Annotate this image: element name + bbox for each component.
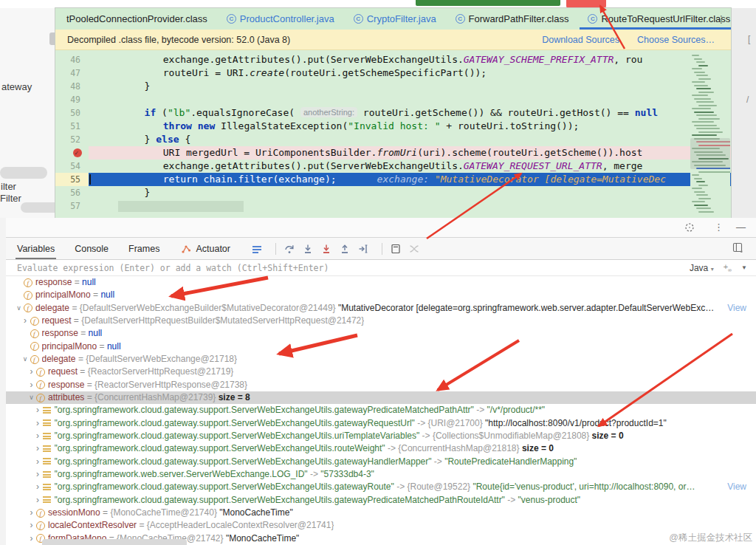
variable-text: response = {ReactorServerHttpResponse@21… <box>48 379 247 391</box>
code-line[interactable]: 56} <box>55 186 731 199</box>
editor-tab[interactable]: CForwardPathFilter.class <box>446 8 579 30</box>
tab-options-kebab-icon[interactable]: ⋮ <box>716 13 726 25</box>
session-selector[interactable]: Java ▾ <box>690 263 714 273</box>
variable-token: null <box>100 289 114 300</box>
chevron-collapsed-icon[interactable]: › <box>27 532 35 545</box>
debug-tab-variables[interactable]: Variables <box>17 238 55 259</box>
code-token: routeUri.getScheme()) && routeUri.getHos… <box>357 107 635 118</box>
code-line[interactable]: URI mergedUrl = UriComponentsBuilder.fro… <box>55 146 731 160</box>
chevron-collapsed-icon[interactable]: › <box>34 481 42 493</box>
variable-row[interactable]: ›"org.springframework.web.server.ServerW… <box>6 468 756 481</box>
variable-row[interactable]: ∨attributes = {ConcurrentHashMap@21739} … <box>6 391 756 404</box>
chevron-collapsed-icon[interactable]: › <box>27 519 35 532</box>
variable-row[interactable]: response = null <box>6 327 756 340</box>
minimap-line <box>698 118 720 120</box>
code-line[interactable]: 51throw new IllegalStateException("Inval… <box>55 120 731 133</box>
variable-row[interactable]: ∨delegate = {DefaultServerWebExchange@21… <box>6 353 756 366</box>
variable-row[interactable]: ›localeContextResolver = {AcceptHeaderLo… <box>6 519 756 532</box>
editor-tab[interactable]: tPooledConnectionProvider.class <box>57 8 217 30</box>
run-to-cursor-icon[interactable] <box>357 242 369 255</box>
chevron-collapsed-icon[interactable]: › <box>27 379 35 391</box>
code-line[interactable]: 47routeUri = URI.create(routeUri.getSche… <box>55 66 731 80</box>
variable-token: "org.springframework.web.server.ServerWe… <box>55 469 308 479</box>
variable-row[interactable]: ›"org.springframework.cloud.gateway.supp… <box>6 404 756 417</box>
variable-row[interactable]: ›"org.springframework.cloud.gateway.supp… <box>6 417 756 430</box>
variable-row[interactable]: ›request = {ReactorServerHttpRequest@217… <box>6 366 756 378</box>
editor-tab[interactable]: CCryptoFilter.java <box>344 8 446 30</box>
download-sources-link[interactable]: Download Sources <box>542 35 619 45</box>
code-line[interactable]: 55return chain.filter(exchange);exchange… <box>55 173 731 186</box>
code-minimap[interactable] <box>690 52 730 216</box>
code-line[interactable]: 52} else { <box>55 133 731 146</box>
add-watch-icon[interactable]: +∞ <box>724 262 732 272</box>
variable-row[interactable]: principalMono = null <box>6 340 756 353</box>
minimize-icon[interactable]: — <box>736 222 746 232</box>
minimap-line <box>692 81 705 83</box>
variable-row[interactable]: ∨delegate = {DefaultServerWebExchangeBui… <box>6 302 756 315</box>
minimap-line <box>692 55 699 56</box>
code-line-text: } <box>89 186 731 199</box>
variable-row[interactable]: principalMono = null <box>6 289 756 301</box>
evaluate-expression-icon[interactable] <box>389 242 402 255</box>
view-link[interactable]: View <box>727 481 756 493</box>
chevron-collapsed-icon[interactable]: › <box>34 430 42 442</box>
debug-tab-actuator[interactable]: Actuator <box>179 238 230 259</box>
choose-sources-link[interactable]: Choose Sources… <box>637 35 715 45</box>
chevron-expanded-icon[interactable]: ∨ <box>27 391 35 404</box>
force-step-into-icon[interactable] <box>320 242 332 255</box>
code-line[interactable]: 48} <box>55 80 731 93</box>
code-editor[interactable]: 46exchange.getAttributes().put(ServerWeb… <box>55 50 731 218</box>
variable-row[interactable]: ›sessionMono = {MonoCacheTime@21740} "Mo… <box>6 507 756 519</box>
step-over-icon[interactable] <box>283 242 295 255</box>
code-line[interactable]: 50if ("lb".equalsIgnoreCase( anotherStri… <box>55 106 731 120</box>
chevron-collapsed-icon[interactable]: › <box>34 456 42 468</box>
variable-row[interactable]: ›"org.springframework.cloud.gateway.supp… <box>6 481 756 493</box>
step-into-icon[interactable] <box>301 242 314 255</box>
code-line[interactable]: 54exchange.getAttributes().put(ServerWeb… <box>55 160 731 173</box>
chevron-collapsed-icon[interactable]: › <box>34 468 42 481</box>
variable-row[interactable]: response = null <box>6 276 756 289</box>
settings-menu-icon[interactable] <box>250 242 263 255</box>
code-line[interactable]: 57} <box>55 199 731 213</box>
minimap-viewport[interactable] <box>690 138 730 169</box>
chevron-expanded-icon[interactable]: ∨ <box>15 302 23 315</box>
chevron-collapsed-icon[interactable]: › <box>34 442 42 455</box>
variable-row[interactable]: ›"org.springframework.cloud.gateway.supp… <box>6 456 756 468</box>
variable-row[interactable]: ›"org.springframework.cloud.gateway.supp… <box>6 442 756 455</box>
chevron-collapsed-icon[interactable]: › <box>27 366 35 378</box>
variable-text: request = {ReactorServerHttpRequest@2171… <box>48 366 233 378</box>
variables-tree: response = nullprincipalMono = null∨dele… <box>6 276 756 545</box>
debug-tab-frames[interactable]: Frames <box>128 238 159 259</box>
chevron-collapsed-icon[interactable]: › <box>34 404 42 417</box>
code-line[interactable]: 46exchange.getAttributes().put(ServerWeb… <box>55 53 731 66</box>
breakpoint-icon[interactable] <box>73 148 82 157</box>
chevron-expanded-icon[interactable]: ∨ <box>21 353 30 366</box>
chevron-collapsed-icon[interactable]: › <box>34 417 42 430</box>
variable-row[interactable]: ›"org.springframework.cloud.gateway.supp… <box>6 430 756 442</box>
variable-text: "org.springframework.cloud.gateway.suppo… <box>55 430 624 442</box>
evaluate-expression-bar[interactable]: Evaluate expression (Enter) or add a wat… <box>6 260 756 276</box>
code-line[interactable]: 49 <box>55 93 731 106</box>
minimap-line <box>696 114 717 116</box>
view-link[interactable]: View <box>727 302 756 315</box>
step-out-icon[interactable] <box>338 242 351 255</box>
chevron-collapsed-icon[interactable]: › <box>21 315 30 327</box>
variable-token: {ReactorServerHttpResponse@21738} <box>94 380 247 390</box>
chevron-collapsed-icon[interactable]: › <box>27 507 35 519</box>
debug-tab-console[interactable]: Console <box>75 238 109 259</box>
variable-text: "org.springframework.cloud.gateway.suppo… <box>55 494 581 507</box>
variable-row[interactable]: ›request = {DefaultServerHttpRequestBuil… <box>6 315 756 327</box>
editor-tab[interactable]: CProductController.java <box>217 8 344 30</box>
map-entry-icon <box>43 407 51 414</box>
chevron-down-icon[interactable]: ▼ <box>741 264 747 271</box>
kebab-icon[interactable]: ⋮ <box>714 222 724 232</box>
variable-token: "RoutePredicateHandlerMapping" <box>444 456 577 467</box>
variable-row[interactable]: ›"org.springframework.cloud.gateway.supp… <box>6 494 756 507</box>
crosshair-icon[interactable] <box>683 221 695 233</box>
variable-row[interactable]: ›response = {ReactorServerHttpResponse@2… <box>6 379 756 391</box>
chevron-collapsed-icon[interactable]: › <box>34 494 42 507</box>
field-icon <box>36 368 45 377</box>
code-token: exchange: <box>377 174 429 185</box>
layout-settings-icon[interactable] <box>731 241 743 253</box>
editor-tab[interactable]: CRouteToRequestUrlFilter.class×∨ <box>578 8 731 30</box>
